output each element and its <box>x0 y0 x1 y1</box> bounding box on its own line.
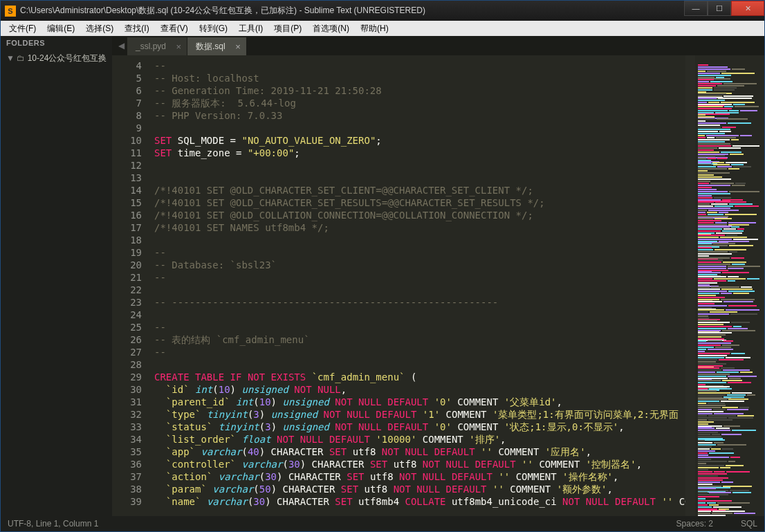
minimap-line <box>698 208 762 209</box>
tab-close-icon[interactable]: × <box>176 42 181 52</box>
code-line: -- 表的结构 `cmf_admin_menu` <box>154 333 685 346</box>
minimap-line <box>698 220 762 221</box>
line-number: 19 <box>112 246 142 259</box>
menubar: 文件(F)编辑(E)选择(S)查找(I)查看(V)转到(G)工具(I)项目(P)… <box>1 21 764 36</box>
minimap-line <box>698 172 762 174</box>
minimap-line <box>698 170 762 172</box>
menu-item[interactable]: 工具(I) <box>233 21 268 36</box>
status-syntax[interactable]: SQL <box>741 519 757 529</box>
minimap-line <box>698 141 762 143</box>
minimap-line <box>698 239 762 240</box>
minimap-line <box>698 496 762 497</box>
minimap-line <box>698 450 762 452</box>
line-number: 32 <box>112 408 142 421</box>
code-line: `controller` varchar(30) CHARACTER SET u… <box>154 458 685 470</box>
minimap-line <box>698 494 762 495</box>
code-line: SET SQL_MODE = "NO_AUTO_VALUE_ON_ZERO"; <box>154 134 685 147</box>
code-line <box>154 284 685 296</box>
line-gutter: 4567891011121314151617181920212223242526… <box>112 55 150 516</box>
vertical-scrollbar[interactable] <box>685 55 695 516</box>
minimap-line <box>698 338 762 340</box>
minimap[interactable] <box>695 55 764 516</box>
minimap-line <box>698 469 762 470</box>
window-title: C:\Users\Administrator\Desktop\数据.sql (1… <box>20 5 684 17</box>
tabbar: ◀ _ssl.pyd×数据.sql× <box>112 36 764 55</box>
sidebar-header: FOLDERS <box>1 36 112 50</box>
code-line: /*!40101 SET @OLD_CHARACTER_SET_RESULTS=… <box>154 196 685 209</box>
minimap-line <box>698 270 762 271</box>
line-number: 14 <box>112 184 142 196</box>
line-number: 21 <box>112 271 142 284</box>
menu-item[interactable]: 选择(S) <box>80 21 119 36</box>
minimap-line <box>698 139 762 140</box>
minimap-line <box>698 440 762 441</box>
status-left[interactable]: UTF-8, Line 1, Column 1 <box>8 519 98 529</box>
code-line: -- 服务器版本: 5.6.44-log <box>154 97 685 109</box>
line-number: 9 <box>112 122 142 134</box>
chevron-down-icon[interactable]: ▼ <box>6 53 15 63</box>
minimap-line <box>698 477 762 479</box>
tab-label: _ssl.pyd <box>136 42 166 51</box>
menu-item[interactable]: 帮助(H) <box>355 21 394 36</box>
minimap-line <box>698 498 762 499</box>
minimap-line <box>698 299 762 300</box>
status-spaces[interactable]: Spaces: 2 <box>676 519 713 529</box>
titlebar[interactable]: S C:\Users\Administrator\Desktop\数据.sql … <box>1 1 764 21</box>
minimap-line <box>698 60 762 62</box>
code-line: `action` varchar(30) CHARACTER SET utf8 … <box>154 470 685 483</box>
line-number: 38 <box>112 483 142 495</box>
menu-item[interactable]: 编辑(E) <box>42 21 80 36</box>
code-line: -- PHP Version: 7.0.33 <box>154 109 685 122</box>
minimap-line <box>698 388 762 389</box>
minimap-line <box>698 390 762 392</box>
menu-item[interactable]: 首选项(N) <box>307 21 355 36</box>
menu-item[interactable]: 查找(I) <box>119 21 154 36</box>
code-line: CREATE TABLE IF NOT EXISTS `cmf_admin_me… <box>154 371 685 383</box>
minimap-line <box>698 347 762 348</box>
line-number: 29 <box>112 371 142 383</box>
minimap-line <box>698 515 762 516</box>
minimap-line <box>698 280 762 282</box>
menu-item[interactable]: 文件(F) <box>3 21 42 36</box>
minimap-line <box>698 176 762 178</box>
minimap-line <box>698 120 762 122</box>
minimap-line <box>698 295 762 296</box>
minimap-line <box>698 486 762 487</box>
minimap-line <box>698 116 762 118</box>
minimap-line <box>698 100 762 101</box>
code-line: /*!40101 SET @OLD_COLLATION_CONNECTION=@… <box>154 209 685 221</box>
tab-scroll-left[interactable]: ◀ <box>115 36 127 55</box>
line-number: 35 <box>112 446 142 458</box>
code-line <box>154 122 685 134</box>
code-line: -- <box>154 321 685 333</box>
menu-item[interactable]: 转到(G) <box>194 21 233 36</box>
minimap-line <box>698 64 762 66</box>
maximize-button[interactable]: ☐ <box>708 1 731 16</box>
line-number: 17 <box>112 221 142 234</box>
minimap-line <box>698 421 762 423</box>
tab[interactable]: 数据.sql× <box>187 37 246 55</box>
minimap-line <box>698 442 762 443</box>
close-button[interactable]: ✕ <box>731 1 764 16</box>
line-number: 23 <box>112 296 142 309</box>
line-number: 30 <box>112 383 142 396</box>
tree-root[interactable]: ▼ 🗀 10-24公众号红包互换 <box>5 51 108 66</box>
minimap-line <box>698 369 762 371</box>
tab-close-icon[interactable]: × <box>235 42 241 52</box>
code-editor[interactable]: ---- Host: localhost-- Generation Time: … <box>150 55 685 516</box>
minimap-line <box>698 459 762 460</box>
code-line <box>154 159 685 172</box>
menu-item[interactable]: 项目(P) <box>268 21 307 36</box>
menu-item[interactable]: 查看(V) <box>155 21 194 36</box>
sidebar: FOLDERS ▼ 🗀 10-24公众号红包互换 <box>1 36 112 516</box>
folder-icon: 🗀 <box>17 53 27 63</box>
code-line: `app` varchar(40) CHARACTER SET utf8 NOT… <box>154 446 685 458</box>
minimap-line <box>698 251 762 253</box>
minimap-line <box>698 361 762 363</box>
tab[interactable]: _ssl.pyd× <box>127 37 187 55</box>
code-line: -- Host: localhost <box>154 72 685 84</box>
line-number: 37 <box>112 470 142 483</box>
minimap-line <box>698 318 762 319</box>
minimize-button[interactable]: — <box>684 1 708 16</box>
minimap-line <box>698 137 762 138</box>
